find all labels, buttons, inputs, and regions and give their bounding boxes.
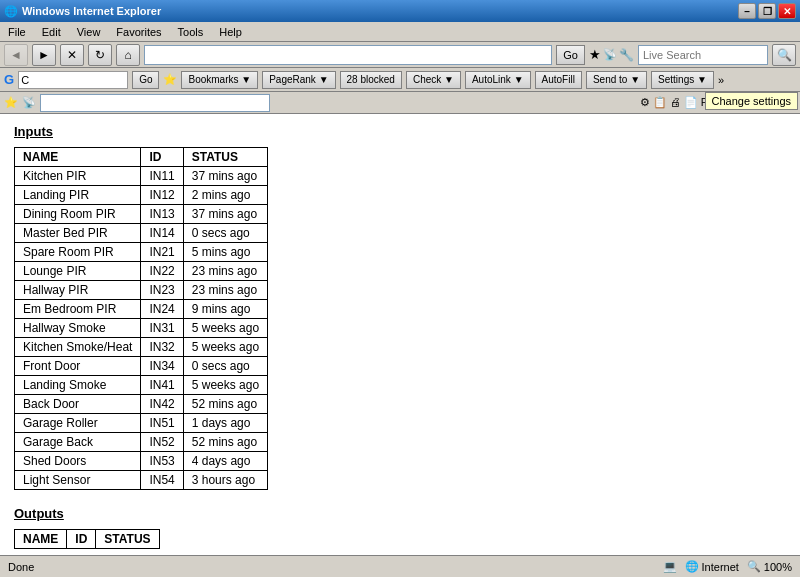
cell-id: IN52 (141, 433, 183, 452)
out-col-name-header: NAME (15, 530, 67, 549)
go-button[interactable]: Go (556, 45, 585, 65)
cell-status: 3 hours ago (183, 471, 267, 490)
stop-button[interactable]: ✕ (60, 44, 84, 66)
cell-status: 5 weeks ago (183, 319, 267, 338)
cell-id: IN23 (141, 281, 183, 300)
menu-file[interactable]: File (4, 26, 30, 38)
table-row: Dining Room PIR IN13 37 mins ago (15, 205, 268, 224)
cell-status: 9 mins ago (183, 300, 267, 319)
col-status-header: STATUS (183, 148, 267, 167)
cell-status: 2 mins ago (183, 186, 267, 205)
table-row: Landing Smoke IN41 5 weeks ago (15, 376, 268, 395)
http-input[interactable]: http: (40, 94, 270, 112)
table-row: Kitchen PIR IN11 37 mins ago (15, 167, 268, 186)
window-title: Windows Internet Explorer (22, 5, 161, 17)
table-row: Shed Doors IN53 4 days ago (15, 452, 268, 471)
cell-id: IN31 (141, 319, 183, 338)
title-bar: 🌐 Windows Internet Explorer – ❐ ✕ (0, 0, 800, 22)
home-button[interactable]: ⌂ (116, 44, 140, 66)
cell-status: 0 secs ago (183, 357, 267, 376)
cell-name: Landing Smoke (15, 376, 141, 395)
refresh-button[interactable]: ↻ (88, 44, 112, 66)
search-button[interactable]: 🔍 (772, 44, 796, 66)
google-search-input[interactable] (18, 71, 128, 89)
cell-id: IN32 (141, 338, 183, 357)
search-input[interactable] (638, 45, 768, 65)
cell-status: 52 mins ago (183, 395, 267, 414)
menu-tools[interactable]: Tools (174, 26, 208, 38)
cell-name: Master Bed PIR (15, 224, 141, 243)
table-row: Front Door IN34 0 secs ago (15, 357, 268, 376)
settings-button[interactable]: Settings ▼ (651, 71, 714, 89)
cell-id: IN42 (141, 395, 183, 414)
cell-status: 5 mins ago (183, 243, 267, 262)
menu-view[interactable]: View (73, 26, 105, 38)
cell-status: 4 days ago (183, 452, 267, 471)
table-row: Back Door IN42 52 mins ago (15, 395, 268, 414)
cell-name: Landing PIR (15, 186, 141, 205)
ie-icon: 🌐 (4, 5, 18, 18)
rss2-icon: 📡 (22, 96, 36, 109)
cell-name: Shed Doors (15, 452, 141, 471)
menu-favorites[interactable]: Favorites (112, 26, 165, 38)
inputs-title: Inputs (14, 124, 786, 139)
bookmarks-button[interactable]: Bookmarks ▼ (181, 71, 258, 89)
fav-icon: ⭐ (4, 96, 18, 109)
extra-tools-icon: 🔧 (619, 48, 634, 62)
sendto-button[interactable]: Send to ▼ (586, 71, 647, 89)
cell-id: IN34 (141, 357, 183, 376)
close-button[interactable]: ✕ (778, 3, 796, 19)
table-row: Master Bed PIR IN14 0 secs ago (15, 224, 268, 243)
cell-name: Kitchen PIR (15, 167, 141, 186)
address-input[interactable] (144, 45, 552, 65)
cell-status: 52 mins ago (183, 433, 267, 452)
internet-icon: 🌐 (685, 560, 699, 573)
rss-icon: 📡 (603, 48, 617, 61)
inputs-table-header: NAME ID STATUS (15, 148, 268, 167)
status-right: 💻 🌐 Internet 🔍 100% (663, 560, 792, 573)
nav-bar: ◄ ► ✕ ↻ ⌂ Go ★ 📡 🔧 🔍 (0, 42, 800, 68)
cell-name: Lounge PIR (15, 262, 141, 281)
title-bar-left: 🌐 Windows Internet Explorer (4, 5, 161, 18)
cell-status: 5 weeks ago (183, 338, 267, 357)
inputs-table: NAME ID STATUS Kitchen PIR IN11 37 mins … (14, 147, 268, 490)
pagerank-button[interactable]: PageRank ▼ (262, 71, 335, 89)
content-area: Inputs NAME ID STATUS Kitchen PIR IN11 3… (0, 114, 800, 555)
cell-name: Spare Room PIR (15, 243, 141, 262)
cell-name: Kitchen Smoke/Heat (15, 338, 141, 357)
autofill-button[interactable]: AutoFill (535, 71, 582, 89)
cell-name: Light Sensor (15, 471, 141, 490)
restore-button[interactable]: ❐ (758, 3, 776, 19)
cell-id: IN53 (141, 452, 183, 471)
menu-edit[interactable]: Edit (38, 26, 65, 38)
title-bar-controls: – ❐ ✕ (738, 3, 796, 19)
expand-icon[interactable]: » (718, 74, 724, 86)
cell-status: 37 mins ago (183, 167, 267, 186)
forward-button[interactable]: ► (32, 44, 56, 66)
cell-status: 5 weeks ago (183, 376, 267, 395)
google-toolbar: G Go ⭐ Bookmarks ▼ PageRank ▼ 28 blocked… (0, 68, 800, 92)
address-bar-container: Go ★ 📡 🔧 🔍 (144, 44, 796, 66)
table-row: Kitchen Smoke/Heat IN32 5 weeks ago (15, 338, 268, 357)
table-row: Garage Roller IN51 1 days ago (15, 414, 268, 433)
blocked-button[interactable]: 28 blocked (340, 71, 402, 89)
google-go-button[interactable]: Go (132, 71, 159, 89)
menu-help[interactable]: Help (215, 26, 246, 38)
cell-name: Hallway Smoke (15, 319, 141, 338)
outputs-table-header: NAME ID STATUS (15, 530, 160, 549)
out-col-id-header: ID (67, 530, 96, 549)
cell-id: IN54 (141, 471, 183, 490)
minimize-button[interactable]: – (738, 3, 756, 19)
table-row: Garage Back IN52 52 mins ago (15, 433, 268, 452)
back-button[interactable]: ◄ (4, 44, 28, 66)
cell-name: Back Door (15, 395, 141, 414)
cell-name: Hallway PIR (15, 281, 141, 300)
google-logo: G (4, 72, 14, 87)
col-id-header: ID (141, 148, 183, 167)
table-row: Light Sensor IN54 3 hours ago (15, 471, 268, 490)
internet-label: 🌐 Internet (685, 560, 739, 573)
table-row: Hallway Smoke IN31 5 weeks ago (15, 319, 268, 338)
check-button[interactable]: Check ▼ (406, 71, 461, 89)
cell-id: IN11 (141, 167, 183, 186)
autolink-button[interactable]: AutoLink ▼ (465, 71, 531, 89)
